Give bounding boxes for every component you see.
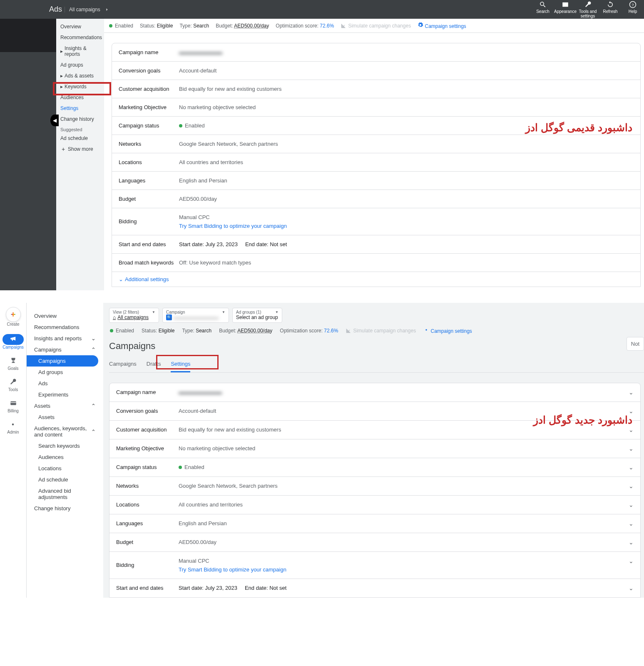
side-advbid[interactable]: Advanced bid adjustments: [27, 485, 103, 503]
appearance-icon: [562, 1, 569, 8]
side-audiences[interactable]: Audiences: [27, 451, 103, 463]
refresh-button[interactable]: Refresh: [599, 1, 622, 18]
rail-tools[interactable]: Tools: [8, 378, 18, 392]
filter-adgroups[interactable]: Ad groups (1)▼ Select an ad group: [232, 308, 282, 323]
row-budget[interactable]: BudgetAED500.00/day⌄: [109, 533, 640, 552]
sidebar-overview[interactable]: Overview: [56, 21, 104, 32]
additional-settings-toggle[interactable]: ⌄Additional settings: [112, 272, 640, 287]
home-icon: ⌂: [113, 314, 116, 320]
row-locations[interactable]: LocationsAll countries and territories: [112, 153, 640, 172]
row-networks[interactable]: NetworksGoogle Search Network, Search pa…: [109, 477, 640, 496]
row-campaign-name[interactable]: Campaign name▬▬▬▬▬▬▬▬⌄: [109, 383, 640, 402]
create-button[interactable]: + Create: [6, 307, 21, 327]
side-sub-assets[interactable]: Assets: [27, 412, 103, 423]
trophy-icon: [10, 357, 17, 364]
row-networks[interactable]: NetworksGoogle Search Network, Search pa…: [112, 135, 640, 153]
tools-button[interactable]: Tools and settings: [577, 1, 599, 18]
smart-bidding-link[interactable]: Try Smart Bidding to optimize your campa…: [179, 223, 634, 229]
row-dates[interactable]: Start and end datesStart date: July 23, …: [109, 579, 640, 597]
chevron-right-icon: ▸: [60, 84, 63, 90]
chevron-right-icon: ▸: [60, 48, 63, 54]
help-button[interactable]: ?Help: [622, 1, 644, 18]
tab-settings[interactable]: Settings: [171, 357, 190, 372]
row-customer-acquisition[interactable]: Customer acquisitionBid equally for new …: [112, 80, 640, 98]
chevron-right-icon: ▸: [60, 73, 63, 79]
row-campaign-name[interactable]: Campaign name▬▬▬▬▬▬▬▬: [112, 43, 640, 62]
filter-view[interactable]: View (2 filters)▼ ⌂All campaigns: [109, 308, 159, 323]
logo: Ads: [0, 5, 65, 14]
svg-point-5: [425, 329, 427, 331]
row-bidding[interactable]: BiddingManual CPCTry Smart Bidding to op…: [109, 552, 640, 579]
row-dates[interactable]: Start and end datesStart date: July 23, …: [112, 235, 640, 254]
side-adschedule[interactable]: Ad schedule: [27, 474, 103, 485]
chevron-up-icon: ⌃: [91, 347, 96, 353]
sidebar-keywords[interactable]: ▸Keywords: [56, 81, 104, 92]
tabs: Campaigns Drafts Settings: [109, 357, 644, 373]
sidebar-settings[interactable]: Settings: [56, 103, 104, 114]
side-insights[interactable]: Insights and reports⌄: [27, 333, 103, 344]
campaign-settings-link[interactable]: Campaign settings: [423, 327, 472, 334]
chevron-down-icon: ▼: [275, 310, 278, 314]
old-statusbar: Enabled Status: Eligible Type: Search Bu…: [104, 19, 644, 33]
side-adgroups[interactable]: Ad groups: [27, 367, 103, 378]
simulate-button[interactable]: Simulate campaign changes: [341, 23, 411, 29]
smart-bidding-link[interactable]: Try Smart Bidding to optimize your campa…: [179, 566, 629, 573]
budget[interactable]: Budget: AED500.00/day: [219, 328, 272, 334]
status-dot-icon: [179, 466, 182, 469]
row-marketing-objective[interactable]: Marketing ObjectiveNo marketing objectiv…: [109, 439, 640, 458]
sidebar-change-history[interactable]: Change history: [56, 114, 104, 125]
truncated-button[interactable]: Not: [627, 337, 644, 351]
sidebar-insights[interactable]: ▸Insights & reports: [56, 43, 104, 60]
gear-icon: [418, 22, 423, 28]
side-change-history[interactable]: Change history: [27, 503, 103, 514]
filter-campaign[interactable]: Campaign▼ 🔍▬▬▬▬▬▬▬▬▬: [162, 308, 229, 323]
breadcrumb[interactable]: All campaigns: [65, 7, 532, 12]
chevron-up-icon: ⌃: [91, 403, 96, 409]
side-ads[interactable]: Ads: [27, 378, 103, 389]
sidebar-adschedule[interactable]: Ad schedule: [56, 133, 104, 144]
side-search-keywords[interactable]: Search keywords: [27, 440, 103, 451]
row-locations[interactable]: LocationsAll countries and territories⌄: [109, 496, 640, 514]
side-recommendations[interactable]: Recommendations: [27, 322, 103, 333]
collapse-button[interactable]: ◀: [50, 115, 59, 126]
row-campaign-status[interactable]: Campaign statusEnabled⌄: [109, 458, 640, 477]
tab-drafts[interactable]: Drafts: [147, 357, 161, 372]
side-experiments[interactable]: Experiments: [27, 389, 103, 400]
status-dot-icon: [110, 329, 113, 332]
sidebar-adsassets[interactable]: ▸Ads & assets: [56, 70, 104, 81]
row-broad-match[interactable]: Broad match keywordsOff: Use keyword mat…: [112, 254, 640, 272]
row-budget[interactable]: BudgetAED500.00/day: [112, 190, 640, 208]
status-enabled: Enabled: [110, 328, 134, 334]
svg-text:?: ?: [632, 2, 634, 7]
old-header: Ads All campaigns Search Appearance Tool…: [0, 0, 644, 19]
row-bidding[interactable]: BiddingManual CPCTry Smart Bidding to op…: [112, 208, 640, 235]
budget[interactable]: Budget: AED500.00/day: [216, 23, 269, 29]
sidebar-showmore[interactable]: +Show more: [56, 144, 104, 155]
campaign-settings-link[interactable]: Campaign settings: [418, 22, 466, 29]
side-locations[interactable]: Locations: [27, 463, 103, 474]
sidebar-recommendations[interactable]: Recommendations: [56, 32, 104, 43]
appearance-button[interactable]: Appearance: [554, 1, 577, 18]
old-dark-sidebar: [0, 19, 56, 290]
side-akc[interactable]: Audiences, keywords, and content⌃: [27, 423, 103, 440]
simulate-button[interactable]: Simulate campaign changes: [346, 328, 416, 334]
rail-campaigns[interactable]: Campaigns: [2, 334, 24, 349]
rail-billing[interactable]: Billing: [7, 399, 19, 413]
rail-admin[interactable]: Admin: [7, 421, 19, 434]
row-languages[interactable]: LanguagesEnglish and Persian: [112, 172, 640, 190]
search-button[interactable]: Search: [532, 1, 554, 18]
side-campaigns[interactable]: Campaigns⌃: [27, 344, 103, 355]
row-languages[interactable]: LanguagesEnglish and Persian⌄: [109, 514, 640, 533]
side-overview[interactable]: Overview: [27, 310, 103, 322]
sidebar-adgroups[interactable]: Ad groups: [56, 60, 104, 70]
row-marketing-objective[interactable]: Marketing ObjectiveNo marketing objectiv…: [112, 98, 640, 117]
side-sub-campaigns[interactable]: Campaigns: [27, 355, 98, 367]
sidebar-audiences[interactable]: Audiences: [56, 92, 104, 103]
row-conversion-goals[interactable]: Conversion goalsAccount-default: [112, 62, 640, 80]
rail-goals[interactable]: Goals: [7, 357, 18, 371]
new-rail: + Create Campaigns Goals Tools Billing A…: [0, 303, 27, 598]
status-dot-icon: [179, 124, 182, 127]
tab-campaigns[interactable]: Campaigns: [109, 357, 137, 372]
type: Type: Search: [179, 23, 209, 29]
side-assets[interactable]: Assets⌃: [27, 400, 103, 412]
